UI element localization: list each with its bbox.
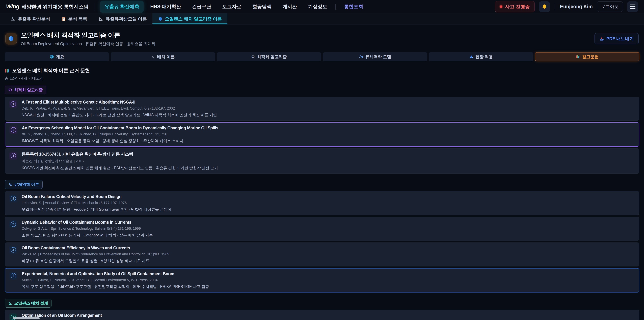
category-name: 유체역학 이론 <box>14 182 39 187</box>
reference-description: IMOGWO 다목적 최적화 · 오일필름 동적 모델 · 경제·생태 손실 정… <box>22 138 218 143</box>
gear-icon: ⚙ <box>8 88 12 92</box>
section-tab-label: 유체역학 모델 <box>365 54 391 60</box>
scrollbar-thumb[interactable] <box>13 317 40 319</box>
main-content: 오일펜스 배치 최적화 알고리즘 이론 Oil Boom Deployment … <box>0 25 644 320</box>
section-tab-hydrodynamics-model[interactable]: 유체역학 모델 <box>323 52 427 61</box>
tab-boom-algorithm-theory[interactable]: 오일펜스 배치 알고리즘 이론 <box>152 14 228 24</box>
app-logo: Wing 해양환경 위기대응 통합시스템 <box>6 3 88 10</box>
incident-status-label: 사고 진행중 <box>505 4 530 10</box>
hamburger-icon <box>630 5 636 9</box>
tab-analysis-list[interactable]: 분석 목록 <box>56 14 93 24</box>
reference-body: Oil Boom Failure: Critical Velocity and … <box>22 194 171 212</box>
divider <box>555 3 555 10</box>
tab-diffusion-model-theory[interactable]: 유출유확산모델 이론 <box>93 14 152 24</box>
triangle-ruler-icon <box>8 301 12 305</box>
section-tab-label: 현장 적용 <box>475 54 493 60</box>
category-name: 오일펜스 배치 설계 <box>14 300 48 306</box>
section-tab-label: 배치 이론 <box>157 54 175 60</box>
page-shield-icon <box>5 33 17 45</box>
reference-title: Oil Boom Containment Efficiency in Waves… <box>22 245 169 250</box>
item-number-badge: 2 <box>9 220 17 228</box>
bell-icon <box>542 4 547 10</box>
reference-title: A Fast and Elitist Multiobjective Geneti… <box>22 100 217 105</box>
section-tab-overview[interactable]: 개요 <box>5 52 109 61</box>
page-subtitle: Oil Boom Deployment Optimization · 유출유 확… <box>21 41 156 47</box>
reference-authors: Xu, Y., Zhang, L., Zheng, P., Liu, G., &… <box>22 132 218 136</box>
nav-item-weather[interactable]: 기상정보 <box>304 1 332 13</box>
nav-item-oil-spill-prediction[interactable]: 유출유 확산예측 <box>100 1 144 13</box>
reference-body: Optimization of an Oil Boom Arrangement … <box>22 313 220 320</box>
tab-spill-analysis[interactable]: 유출유 확산분석 <box>5 14 56 24</box>
reference-item-highlighted[interactable]: 2 An Emergency Scheduling Model for Oil … <box>5 122 639 147</box>
category-badge-boom-design: 오일펜스 배치 설계 <box>5 299 52 307</box>
notifications-button[interactable] <box>539 1 550 12</box>
reference-authors: Leibovich, S. | Annual Review of Fluid M… <box>22 201 171 205</box>
reference-title: An Emergency Scheduling Model for Oil Co… <box>22 126 218 130</box>
main-nav: 유출유 확산예측 HNS·대기확산 긴급구난 보고자료 항공탐색 게시판 기상정… <box>100 1 368 13</box>
logout-button[interactable]: 로그아웃 <box>597 2 623 12</box>
top-navbar: Wing 해양환경 위기대응 통합시스템 유출유 확산예측 HNS·대기확산 긴… <box>0 0 644 14</box>
reference-body: Oil Boom Containment Efficiency in Waves… <box>22 245 169 263</box>
nav-item-rescue[interactable]: 긴급구난 <box>188 1 216 13</box>
reference-authors: Delvigne, G.A.L. | Spill Science & Techn… <box>22 226 153 231</box>
reference-item[interactable]: 3 등록특허 10-1567431 기반 유출유 확산예측-방제 연동 시스템 … <box>5 148 639 174</box>
books-icon <box>5 68 10 73</box>
nav-item-board[interactable]: 게시판 <box>278 1 301 13</box>
category-badge-optimization: ⚙ 최적화 알고리즘 <box>5 86 46 94</box>
incident-status-badge[interactable]: 사고 진행중 <box>495 1 535 12</box>
item-number-badge: 2 <box>10 126 18 134</box>
globe-icon <box>50 55 54 59</box>
item-number-badge: 3 <box>9 152 17 160</box>
download-icon <box>600 37 604 41</box>
pdf-export-button[interactable]: PDF 내보내기 <box>594 33 639 44</box>
section-tab-label: 참고문헌 <box>582 54 598 60</box>
page-title: 오일펜스 배치 최적화 알고리즘 이론 <box>21 31 156 40</box>
tab-label: 유출유 확산분석 <box>18 16 50 22</box>
reference-item[interactable]: 2 Dynamic Behavior of Oil Containment Bo… <box>5 217 639 241</box>
pdf-export-label: PDF 내보내기 <box>606 36 634 42</box>
nav-item-integrated-search[interactable]: 통합조회 <box>340 1 368 13</box>
reference-item[interactable]: 1 A Fast and Elitist Multiobjective Gene… <box>5 97 639 121</box>
divider <box>94 3 94 10</box>
reference-title: Dynamic Behavior of Oil Containment Boom… <box>22 220 153 225</box>
section-tab-field-application[interactable]: 현장 적용 <box>429 52 533 61</box>
reference-title: Experimental, Numerical and Optimisation… <box>22 271 209 276</box>
section-tab-deployment-theory[interactable]: 배치 이론 <box>111 52 215 61</box>
reference-item-highlighted[interactable]: 4 Experimental, Numerical and Optimisati… <box>5 268 639 292</box>
item-number-badge: 4 <box>10 272 18 280</box>
item-number-badge: 3 <box>9 246 17 254</box>
app-title: 해양환경 위기대응 통합시스템 <box>22 3 88 10</box>
books-icon <box>576 55 580 59</box>
tab-label: 오일펜스 배치 알고리즘 이론 <box>165 16 222 22</box>
nav-item-aerial-search[interactable]: 항공탐색 <box>248 1 276 13</box>
section-tab-label: 개요 <box>56 54 64 60</box>
nav-item-hns[interactable]: HNS·대기확산 <box>146 1 185 13</box>
section-tab-references[interactable]: 참고문헌 <box>535 52 639 61</box>
reference-body: Dynamic Behavior of Oil Containment Boom… <box>22 220 153 238</box>
nav-item-reports[interactable]: 보고자료 <box>218 1 246 13</box>
menu-button[interactable] <box>627 1 638 12</box>
wave-icon <box>8 182 12 186</box>
reference-title: Oil Boom Failure: Critical Velocity and … <box>22 194 171 199</box>
reference-description: 파랑+조류 복합 환경에서 오일펜스 효율 실험 · V형·U형 성능 비교 기… <box>22 258 169 263</box>
section-tab-optimization-algorithm[interactable]: ⚙ 최적화 알고리즘 <box>217 52 321 61</box>
user-name: Eunjeong Kim <box>560 4 593 10</box>
reference-item[interactable]: 1 Oil Boom Failure: Critical Velocity an… <box>5 191 639 215</box>
reference-title: 등록특허 10-1567431 기반 유출유 확산예측-방제 연동 시스템 <box>22 151 218 157</box>
references-heading-row: 오일펜스 배치 최적화 이론 근거 문헌 <box>5 67 639 74</box>
red-dot-icon <box>500 5 502 8</box>
triangle-ruler-icon <box>98 17 103 21</box>
reference-item[interactable]: 3 Oil Boom Containment Efficiency in Wav… <box>5 242 639 266</box>
navbar-right: 사고 진행중 Eunjeong Kim 로그아웃 <box>495 1 638 12</box>
section-tabs: 개요 배치 이론 ⚙ 최적화 알고리즘 유체역학 모델 <box>5 52 639 61</box>
triangle-ruler-icon <box>151 55 155 59</box>
reference-item[interactable]: 1 Optimization of an Oil Boom Arrangemen… <box>5 310 639 320</box>
reference-authors: 이문진 외 | 한국해양과학기술원 | 2015 <box>22 159 218 164</box>
references-heading: 오일펜스 배치 최적화 이론 근거 문헌 <box>12 67 90 74</box>
reference-description: 오일펜스 임계유속 이론 원전 · Froude수 기반 Splash-over… <box>22 207 171 212</box>
reference-description: 조류 중 오일펜스 항력·변형 동역학 · Catenary 형태 해석 · 실… <box>22 233 153 238</box>
shield-icon <box>158 17 162 21</box>
secondary-tabbar: 유출유 확산분석 분석 목록 유출유확산모델 이론 <box>0 14 644 25</box>
reference-authors: Deb, K., Pratap, A., Agarwal, S., & Meya… <box>22 106 217 111</box>
reference-description: KOSPS 기반 확산예측-오일펜스 배치 연동 체계 원전 · ESI 방제정… <box>22 165 218 171</box>
